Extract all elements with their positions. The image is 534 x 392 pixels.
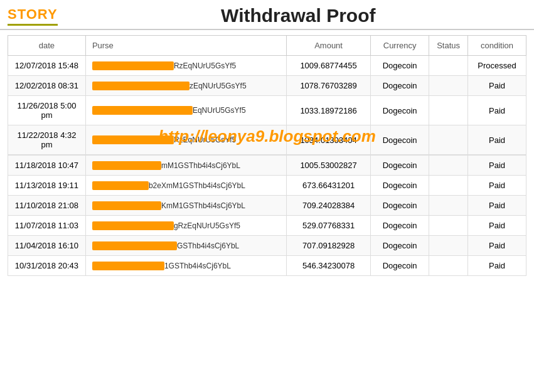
cell-date: 11/26/2018 5:00 pm <box>8 96 86 125</box>
table-row: 11/13/2018 19:11b2eXmM1GSThb4i4sCj6YbL67… <box>8 176 526 196</box>
purse-blur <box>92 181 149 190</box>
purse-blur <box>92 106 193 115</box>
cell-purse: gRzEqNUrU5GsYf5 <box>85 216 286 236</box>
purse-blur <box>92 201 161 210</box>
cell-purse: KmM1GSThb4i4sCj6YbL <box>85 196 286 216</box>
logo: STORY <box>8 6 58 26</box>
cell-purse: RzEqNUrU5GsYf5 <box>85 125 286 155</box>
header-condition: condition <box>468 36 526 56</box>
cell-currency: Dogecoin <box>371 196 429 216</box>
cell-amount: 1034.01303404 <box>286 125 370 155</box>
cell-condition: Paid <box>468 256 526 276</box>
cell-amount: 1009.68774455 <box>286 56 370 76</box>
cell-date: 11/13/2018 19:11 <box>8 176 86 196</box>
purse-visible: RzEqNUrU5GsYf5 <box>174 135 236 144</box>
table-row: 11/26/2018 5:00 pmEqNUrU5GsYf51033.18972… <box>8 96 526 125</box>
cell-purse: zEqNUrU5GsYf5 <box>85 76 286 96</box>
withdrawal-table: date Purse Amount Currency Status condit… <box>8 35 526 276</box>
cell-currency: Dogecoin <box>371 76 429 96</box>
cell-currency: Dogecoin <box>371 176 429 196</box>
page-title: Withdrawal Proof <box>70 5 526 26</box>
cell-date: 11/04/2018 16:10 <box>8 236 86 256</box>
cell-purse: b2eXmM1GSThb4i4sCj6YbL <box>85 176 286 196</box>
cell-currency: Dogecoin <box>371 56 429 76</box>
cell-amount: 709.24028384 <box>286 196 370 216</box>
cell-amount: 1078.76703289 <box>286 76 370 96</box>
cell-amount: 673.66431201 <box>286 176 370 196</box>
cell-amount: 707.09182928 <box>286 236 370 256</box>
cell-date: 11/07/2018 11:03 <box>8 216 86 236</box>
cell-condition: Paid <box>468 216 526 236</box>
cell-status <box>429 176 468 196</box>
cell-purse: GSThb4i4sCj6YbL <box>85 236 286 256</box>
cell-date: 11/10/2018 21:08 <box>8 196 86 216</box>
table-row: 12/02/2018 08:31zEqNUrU5GsYf51078.767032… <box>8 76 526 96</box>
cell-condition: Paid <box>468 176 526 196</box>
header-amount: Amount <box>286 36 370 56</box>
table-row: 11/04/2018 16:10GSThb4i4sCj6YbL707.09182… <box>8 236 526 256</box>
header-purse: Purse <box>85 36 286 56</box>
purse-visible: KmM1GSThb4i4sCj6YbL <box>161 201 245 210</box>
cell-amount: 529.07768331 <box>286 216 370 236</box>
purse-visible: 1GSThb4i4sCj6YbL <box>164 262 231 270</box>
purse-visible: b2eXmM1GSThb4i4sCj6YbL <box>149 181 245 190</box>
cell-currency: Dogecoin <box>371 156 429 176</box>
cell-purse: mM1GSThb4i4sCj6YbL <box>85 156 286 176</box>
cell-purse: 1GSThb4i4sCj6YbL <box>85 256 286 276</box>
cell-currency: Dogecoin <box>371 216 429 236</box>
purse-blur <box>92 161 161 170</box>
header-currency: Currency <box>371 36 429 56</box>
cell-condition: Processed <box>468 56 526 76</box>
purse-blur <box>92 135 174 144</box>
purse-blur <box>92 82 190 90</box>
cell-purse: RzEqNUrU5GsYf5 <box>85 56 286 76</box>
table-row: 11/07/2018 11:03gRzEqNUrU5GsYf5529.07768… <box>8 216 526 236</box>
table-row: 12/07/2018 15:48RzEqNUrU5GsYf51009.68774… <box>8 56 526 76</box>
purse-visible: zEqNUrU5GsYf5 <box>190 82 247 90</box>
cell-amount: 1005.53002827 <box>286 156 370 176</box>
cell-status <box>429 196 468 216</box>
purse-blur <box>92 241 177 250</box>
purse-blur <box>92 61 174 70</box>
purse-visible: gRzEqNUrU5GsYf5 <box>174 221 240 230</box>
cell-condition: Paid <box>468 236 526 256</box>
cell-amount: 546.34230078 <box>286 256 370 276</box>
purse-blur <box>92 221 174 230</box>
purse-visible: mM1GSThb4i4sCj6YbL <box>161 161 240 170</box>
header-status: Status <box>429 36 468 56</box>
purse-visible: RzEqNUrU5GsYf5 <box>174 61 236 70</box>
cell-condition: Paid <box>468 156 526 176</box>
cell-status <box>429 236 468 256</box>
cell-purse: EqNUrU5GsYf5 <box>85 96 286 125</box>
cell-date: 11/22/2018 4:32 pm <box>8 125 86 155</box>
cell-condition: Paid <box>468 76 526 96</box>
cell-currency: Dogecoin <box>371 125 429 155</box>
purse-visible: GSThb4i4sCj6YbL <box>177 241 239 250</box>
table-wrapper: date Purse Amount Currency Status condit… <box>0 30 534 281</box>
cell-amount: 1033.18972186 <box>286 96 370 125</box>
cell-status <box>429 96 468 125</box>
table-row: 11/18/2018 10:47mM1GSThb4i4sCj6YbL1005.5… <box>8 156 526 176</box>
table-row: 11/10/2018 21:08KmM1GSThb4i4sCj6YbL709.2… <box>8 196 526 216</box>
cell-condition: Paid <box>468 96 526 125</box>
cell-status <box>429 256 468 276</box>
header-date: date <box>8 36 86 56</box>
cell-date: 10/31/2018 20:43 <box>8 256 86 276</box>
cell-status <box>429 216 468 236</box>
header: STORY Withdrawal Proof <box>0 0 534 30</box>
cell-currency: Dogecoin <box>371 96 429 125</box>
cell-status <box>429 156 468 176</box>
table-header-row: date Purse Amount Currency Status condit… <box>8 36 526 56</box>
cell-condition: Paid <box>468 125 526 155</box>
table-row: 10/31/2018 20:431GSThb4i4sCj6YbL546.3423… <box>8 256 526 276</box>
cell-currency: Dogecoin <box>371 256 429 276</box>
cell-status <box>429 76 468 96</box>
cell-date: 11/18/2018 10:47 <box>8 156 86 176</box>
table-row: 11/22/2018 4:32 pmRzEqNUrU5GsYf51034.013… <box>8 125 526 155</box>
cell-currency: Dogecoin <box>371 236 429 256</box>
cell-date: 12/02/2018 08:31 <box>8 76 86 96</box>
purse-blur <box>92 262 164 270</box>
cell-status <box>429 125 468 155</box>
cell-status <box>429 56 468 76</box>
cell-date: 12/07/2018 15:48 <box>8 56 86 76</box>
